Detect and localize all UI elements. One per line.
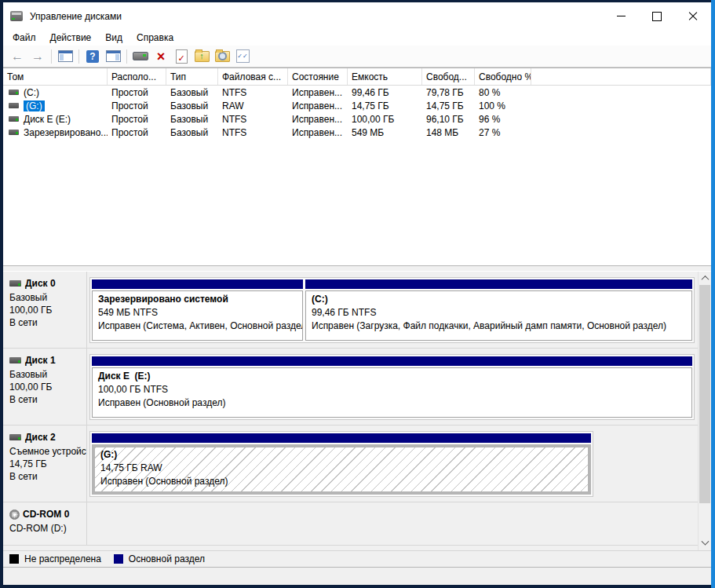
volume-free: 14,75 ГБ bbox=[422, 99, 475, 112]
scroll-down-button[interactable] bbox=[699, 537, 711, 550]
partition-c[interactable]: (C:) 99,46 ГБ NTFS Исправен (Загрузка, Ф… bbox=[305, 279, 692, 341]
partition-system-reserved[interactable]: Зарезервировано системой 549 МБ NTFS Исп… bbox=[92, 279, 303, 341]
volume-row-g-selected[interactable]: (G:) Простой Базовый RAW Исправен... 14,… bbox=[3, 99, 711, 112]
volume-name: (C:) bbox=[24, 87, 39, 98]
scrollbar-thumb[interactable] bbox=[699, 285, 710, 503]
title-bar[interactable]: Управление дисками bbox=[3, 2, 711, 30]
column-header-filesystem[interactable]: Файловая с... bbox=[218, 68, 288, 85]
volume-free: 96,10 ГБ bbox=[422, 112, 475, 126]
app-icon bbox=[10, 11, 23, 21]
volume-layout: Простой bbox=[108, 126, 166, 139]
disk-2-label[interactable]: Диск 2 Съемное устройство 14,75 ГБ В сет… bbox=[3, 425, 87, 502]
column-header-status[interactable]: Состояние bbox=[288, 68, 348, 85]
explore-folder-icon[interactable] bbox=[213, 48, 232, 65]
rescan-disks-icon[interactable] bbox=[131, 48, 150, 65]
volume-capacity: 549 МБ bbox=[348, 126, 422, 139]
menu-view[interactable]: Вид bbox=[98, 31, 130, 45]
partition-status: Исправен (Загрузка, Файл подкачки, Авари… bbox=[312, 320, 688, 333]
vertical-scrollbar[interactable] bbox=[698, 272, 711, 550]
column-header-volume[interactable]: Том bbox=[3, 68, 108, 85]
column-header-capacity[interactable]: Емкость bbox=[348, 68, 422, 85]
volume-row-reserved[interactable]: Зарезервировано... Простой Базовый NTFS … bbox=[3, 126, 711, 139]
close-icon bbox=[688, 12, 698, 21]
disk-1-label[interactable]: Диск 1 Базовый 100,00 ГБ В сети bbox=[3, 349, 87, 425]
disk-type: Базовый bbox=[9, 368, 86, 381]
magnifier-icon bbox=[218, 52, 227, 60]
disk-status: В сети bbox=[9, 393, 86, 406]
volume-free: 79,78 ГБ bbox=[422, 86, 475, 99]
help-icon[interactable]: ? bbox=[83, 48, 102, 65]
disk-name: CD-ROM 0 bbox=[23, 509, 69, 520]
disk-management-window: Управление дисками Файл Действие Вид Спр… bbox=[3, 2, 711, 585]
disk-name: Диск 2 bbox=[25, 432, 56, 443]
volume-fs: NTFS bbox=[218, 126, 288, 139]
action-pane-icon[interactable] bbox=[104, 48, 122, 65]
volume-fs: NTFS bbox=[218, 86, 288, 99]
volume-name-selected: (G:) bbox=[24, 100, 45, 111]
delete-volume-icon[interactable]: × bbox=[151, 48, 170, 65]
disk-name: Диск 1 bbox=[25, 355, 56, 366]
chevron-up-icon bbox=[701, 276, 709, 283]
volume-fs: NTFS bbox=[218, 112, 288, 126]
check-volume-icon[interactable]: ✓ bbox=[172, 48, 191, 65]
console-tree-icon[interactable] bbox=[56, 48, 75, 65]
pane-splitter[interactable] bbox=[3, 265, 711, 272]
open-folder-icon[interactable]: ↑ bbox=[192, 48, 211, 65]
toolbar-separator bbox=[126, 49, 127, 64]
volume-status: Исправен... bbox=[288, 86, 348, 99]
toolbar-separator bbox=[51, 49, 52, 64]
volume-layout: Простой bbox=[108, 86, 166, 99]
disk-0-label[interactable]: Диск 0 Базовый 100,00 ГБ В сети bbox=[3, 272, 87, 348]
column-header-layout[interactable]: Располо... bbox=[108, 68, 166, 85]
volume-free-pct: 100 % bbox=[475, 99, 531, 112]
partition-e[interactable]: Диск E (E:) 100,00 ГБ NTFS Исправен (Осн… bbox=[92, 356, 692, 418]
disk-icon bbox=[9, 434, 21, 440]
volume-free: 148 МБ bbox=[422, 126, 475, 139]
volume-row-e[interactable]: Диск E (E:) Простой Базовый NTFS Исправе… bbox=[3, 112, 711, 126]
window-title: Управление дисками bbox=[30, 11, 122, 22]
volume-type: Базовый bbox=[166, 112, 218, 126]
disk-size: 100,00 ГБ bbox=[9, 304, 86, 316]
partition-g-selected[interactable]: (G:) 14,75 ГБ RAW Исправен (Основной раз… bbox=[92, 433, 591, 495]
disk-1-graphic: Диск E (E:) 100,00 ГБ NTFS Исправен (Осн… bbox=[87, 349, 711, 425]
partition-name: (C:) bbox=[312, 293, 688, 306]
cdrom-label[interactable]: CD-ROM 0 CD-ROM (D:) bbox=[3, 502, 87, 545]
chevron-down-icon bbox=[701, 538, 709, 546]
disk-size: 14,75 ГБ bbox=[9, 458, 86, 470]
volume-icon bbox=[9, 116, 19, 122]
partition-name: Диск E (E:) bbox=[98, 370, 688, 383]
volume-capacity: 14,75 ГБ bbox=[348, 99, 422, 112]
primary-partition-swatch bbox=[114, 554, 123, 564]
volume-free-pct: 27 % bbox=[475, 126, 531, 139]
volume-status: Исправен... bbox=[288, 112, 348, 126]
column-header-type[interactable]: Тип bbox=[166, 68, 218, 85]
partition-info: 549 МБ NTFS bbox=[98, 306, 299, 320]
partition-type-bar bbox=[305, 279, 692, 289]
close-button[interactable] bbox=[675, 2, 711, 30]
maximize-button[interactable] bbox=[639, 2, 675, 30]
minimize-button[interactable] bbox=[603, 2, 639, 30]
volume-row-c[interactable]: (C:) Простой Базовый NTFS Исправен... 99… bbox=[3, 86, 711, 99]
partition-info: 14,75 ГБ RAW bbox=[100, 462, 585, 475]
toolbar-separator bbox=[78, 49, 79, 64]
volume-capacity: 100,00 ГБ bbox=[348, 112, 422, 126]
scroll-up-button[interactable] bbox=[699, 272, 711, 285]
volume-free-pct: 96 % bbox=[475, 112, 531, 126]
volume-name: Зарезервировано... bbox=[24, 127, 108, 138]
menu-help[interactable]: Справка bbox=[130, 31, 181, 45]
forward-icon[interactable]: → bbox=[28, 48, 47, 65]
minimize-icon bbox=[617, 16, 626, 16]
volume-icon bbox=[9, 130, 19, 135]
volume-status: Исправен... bbox=[288, 99, 348, 112]
back-icon[interactable]: ← bbox=[8, 48, 27, 65]
column-header-free[interactable]: Свобод... bbox=[422, 68, 475, 85]
menu-action[interactable]: Действие bbox=[43, 31, 99, 45]
partition-type-bar bbox=[92, 356, 692, 366]
column-header-free-pct[interactable]: Свободно % bbox=[475, 68, 531, 85]
volume-list-header: Том Располо... Тип Файловая с... Состоян… bbox=[3, 68, 711, 86]
cdrom-graphic bbox=[87, 502, 711, 545]
legend-label: Основной раздел bbox=[129, 553, 205, 564]
menu-file[interactable]: Файл bbox=[5, 31, 43, 45]
view-options-icon[interactable]: ✓✓ bbox=[233, 48, 252, 65]
partition-info: 99,46 ГБ NTFS bbox=[312, 306, 688, 320]
